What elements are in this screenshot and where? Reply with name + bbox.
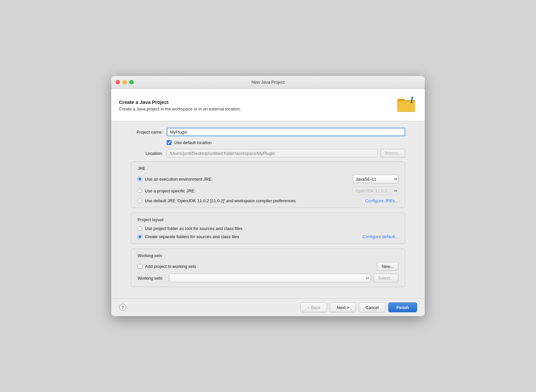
jre-project-dropdown[interactable]: OpenJDK 11.0.2 bbox=[353, 187, 398, 195]
add-working-sets-label: Add project to working sets bbox=[145, 264, 377, 269]
cancel-button[interactable]: Cancel bbox=[359, 302, 385, 312]
use-default-location-row: Use default location bbox=[167, 140, 405, 145]
configure-default-wrapper: Configure default... bbox=[362, 234, 398, 239]
finish-button[interactable]: Finish bbox=[388, 302, 417, 312]
jre-project-row: Use a project specific JRE: OpenJDK 11.0… bbox=[138, 187, 398, 195]
back-button[interactable]: < Back bbox=[300, 302, 327, 312]
location-label: Location: bbox=[131, 151, 167, 156]
configure-jres-wrapper: Configure JREs... bbox=[365, 198, 398, 203]
footer-left: ? bbox=[119, 304, 126, 311]
next-button[interactable]: Next > bbox=[330, 302, 356, 312]
configure-default-link[interactable]: Configure default... bbox=[362, 234, 398, 239]
jre-env-row: Use an execution environment JRE: JavaSE… bbox=[138, 175, 398, 183]
working-sets-label: Working sets: bbox=[138, 276, 169, 281]
dialog-subtitle: Create a Java project in the workspace o… bbox=[119, 106, 241, 111]
project-name-input[interactable] bbox=[167, 128, 405, 136]
layout-separate-label: Create separate folders for sources and … bbox=[145, 234, 362, 239]
layout-separate-left: Create separate folders for sources and … bbox=[138, 234, 362, 239]
traffic-lights bbox=[116, 80, 134, 84]
jre-default-left: Use default JRE 'OpenJDK 11.0.2 [11.0.2]… bbox=[138, 198, 365, 203]
jre-section: JRE Use an execution environment JRE: Ja… bbox=[131, 161, 405, 208]
jre-default-row: Use default JRE 'OpenJDK 11.0.2 [11.0.2]… bbox=[138, 198, 398, 203]
select-working-set-button[interactable]: Select... bbox=[373, 274, 398, 282]
working-sets-title: Working sets bbox=[138, 253, 398, 258]
layout-root-row: Use project folder as root for sources a… bbox=[138, 226, 398, 231]
location-input[interactable] bbox=[167, 149, 378, 157]
use-default-location-checkbox[interactable] bbox=[167, 140, 172, 145]
add-working-sets-row: Add project to working sets New... bbox=[138, 262, 398, 270]
jre-section-title: JRE bbox=[138, 166, 398, 171]
jre-default-label: Use default JRE 'OpenJDK 11.0.2 [11.0.2]… bbox=[145, 198, 365, 203]
project-layout-title: Project layout bbox=[138, 218, 398, 222]
project-name-row: Project name: bbox=[131, 128, 405, 136]
layout-separate-radio[interactable] bbox=[138, 235, 142, 239]
jre-project-label: Use a project specific JRE: bbox=[145, 188, 353, 193]
minimize-button[interactable] bbox=[123, 80, 127, 84]
project-layout-section: Project layout Use project folder as roo… bbox=[131, 213, 405, 244]
working-sets-select-wrapper bbox=[169, 274, 371, 282]
new-working-set-button[interactable]: New... bbox=[377, 262, 398, 270]
maximize-button[interactable] bbox=[129, 80, 134, 84]
jre-default-radio[interactable] bbox=[138, 199, 142, 203]
jre-project-dropdown-wrapper: OpenJDK 11.0.2 bbox=[353, 187, 398, 195]
help-button[interactable]: ? bbox=[119, 304, 126, 311]
footer-buttons: < Back Next > Cancel Finish bbox=[300, 302, 417, 312]
close-button[interactable] bbox=[116, 80, 120, 84]
working-sets-select[interactable] bbox=[169, 274, 371, 282]
layout-separate-row: Create separate folders for sources and … bbox=[138, 234, 398, 239]
add-working-sets-checkbox[interactable] bbox=[138, 264, 142, 269]
jre-env-label: Use an execution environment JRE: bbox=[145, 177, 353, 182]
layout-root-radio[interactable] bbox=[138, 226, 142, 231]
working-sets-section: Working sets Add project to working sets… bbox=[131, 249, 405, 287]
jre-env-left: Use an execution environment JRE: bbox=[138, 177, 353, 182]
dialog-content: Project name: Use default location Locat… bbox=[111, 121, 425, 298]
jre-env-radio[interactable] bbox=[138, 177, 142, 181]
layout-root-label: Use project folder as root for sources a… bbox=[145, 226, 398, 231]
use-default-location-label: Use default location bbox=[174, 140, 211, 145]
jre-project-left: Use a project specific JRE: bbox=[138, 188, 353, 193]
jre-env-dropdown-wrapper: JavaSE-11 JavaSE-8 JavaSE-14 bbox=[353, 175, 398, 183]
jre-project-radio[interactable] bbox=[138, 188, 142, 193]
configure-jres-link[interactable]: Configure JREs... bbox=[365, 198, 398, 203]
header-text: Create a Java Project Create a Java proj… bbox=[119, 99, 241, 111]
project-name-label: Project name: bbox=[131, 130, 167, 135]
dialog-footer: ? < Back Next > Cancel Finish bbox=[111, 298, 425, 316]
jre-env-dropdown[interactable]: JavaSE-11 JavaSE-8 JavaSE-14 bbox=[353, 175, 398, 183]
new-java-project-dialog: New Java Project Create a Java Project C… bbox=[111, 76, 425, 316]
folder-icon bbox=[397, 95, 417, 115]
location-row: Location: Browse... bbox=[131, 149, 405, 157]
titlebar: New Java Project bbox=[111, 76, 425, 89]
svg-marker-4 bbox=[411, 96, 414, 98]
svg-rect-2 bbox=[398, 101, 415, 112]
dialog-title: Create a Java Project bbox=[119, 99, 241, 105]
working-sets-dropdown-row: Working sets: Select... bbox=[138, 274, 398, 282]
dialog-header: Create a Java Project Create a Java proj… bbox=[111, 89, 425, 121]
browse-button[interactable]: Browse... bbox=[380, 149, 405, 157]
window-title: New Java Project bbox=[251, 80, 284, 85]
